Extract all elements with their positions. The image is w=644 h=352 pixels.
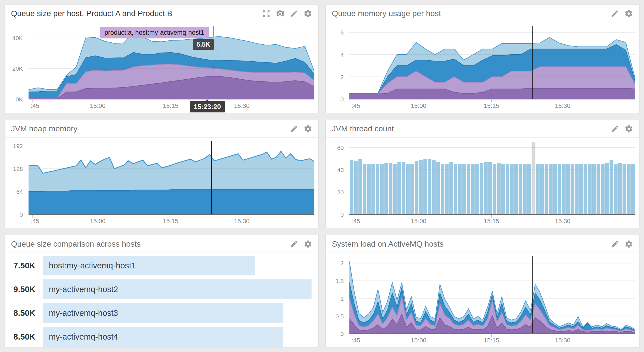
gear-icon[interactable] [304, 125, 312, 133]
queue-size-plot[interactable] [29, 26, 314, 99]
queue-memory-plot[interactable] [349, 26, 635, 99]
panel-queue-size: Queue size per host, Product A and Produ… [5, 5, 319, 113]
panel-header: JVM thread count [326, 120, 639, 138]
panel-header: JVM heap memory [5, 120, 318, 138]
x-tick-label: :45 [352, 337, 360, 344]
y-axis-labels: 0246 [326, 26, 346, 99]
x-tick-label: 15:15 [163, 102, 178, 110]
panel-system-load: System load on ActiveMQ hosts 00.511.52:… [325, 235, 639, 347]
y-tick-label: 1.5 [336, 278, 344, 284]
y-axis-labels: 0204060 [326, 141, 346, 215]
panel-actions [262, 9, 312, 18]
row-bar-track: my-activemq-host4 [43, 327, 312, 347]
panel-title: Queue size comparison across hosts [11, 240, 141, 249]
queue-comparison-row: 9.50Kmy-activemq-host2 [12, 279, 312, 299]
y-axis-labels: 0K20K40K [5, 26, 25, 99]
expand-icon[interactable] [262, 9, 271, 18]
x-tick-mark [353, 100, 353, 102]
queue-comparison-row: 8.50Kmy-activemq-host3 [12, 303, 312, 323]
jvm-threads-plot[interactable] [349, 141, 635, 215]
panel-queue-comparison: Queue size comparison across hosts 7.50K… [5, 235, 319, 347]
row-bar[interactable]: my-activemq-host3 [43, 303, 283, 323]
row-value: 9.50K [12, 279, 43, 299]
queue-comparison-body: 7.50Khost:my-activemq-host19.50Kmy-activ… [5, 253, 318, 347]
gear-icon[interactable] [304, 9, 312, 18]
x-tick-mark [242, 100, 242, 102]
y-tick-label: 60 [337, 144, 344, 151]
x-axis-labels: :4515:0015:1515:30 [29, 215, 314, 227]
panel-queue-memory: Queue memory usage per host 0246:4515:00… [325, 5, 639, 113]
panel-jvm-heap: JVM heap memory 064128192:4515:0015:1515… [5, 120, 319, 228]
panel-actions [290, 125, 312, 133]
x-tick-label: 15:30 [234, 218, 249, 225]
row-host-label: my-activemq-host2 [49, 285, 118, 294]
panel-actions [290, 240, 312, 248]
queue-comparison-list: 7.50Khost:my-activemq-host19.50Kmy-activ… [5, 253, 318, 347]
x-axis-labels: :4515:0015:1515:30 [349, 100, 635, 111]
panel-header: Queue size per host, Product A and Produ… [5, 5, 318, 22]
x-tick-mark [32, 100, 32, 102]
row-value: 7.50K [12, 256, 43, 275]
x-tick-mark [419, 215, 419, 218]
x-axis-labels: :4515:0015:1515:30 [349, 334, 635, 346]
gear-icon[interactable] [304, 240, 312, 248]
y-tick-label: 2 [340, 74, 344, 81]
y-tick-label: 6 [340, 29, 344, 36]
gear-icon[interactable] [625, 240, 633, 248]
x-tick-mark [491, 215, 492, 218]
pencil-icon[interactable] [611, 9, 619, 18]
y-axis-labels: 00.511.52 [326, 256, 346, 334]
pencil-icon[interactable] [290, 125, 298, 133]
queue-comparison-row: 7.50Khost:my-activemq-host1 [12, 256, 312, 275]
panel-header: System load on ActiveMQ hosts [326, 235, 639, 253]
row-host-label: host:my-activemq-host1 [49, 261, 136, 270]
panel-title: JVM thread count [332, 124, 394, 133]
panel-title: JVM heap memory [11, 124, 77, 133]
x-tick-label: :45 [352, 102, 360, 110]
panel-header: Queue size comparison across hosts [5, 235, 318, 253]
panel-header: Queue memory usage per host [326, 5, 639, 22]
y-tick-label: 0 [340, 211, 344, 218]
x-tick-label: 15:00 [411, 102, 426, 110]
row-host-label: my-activemq-host4 [49, 332, 118, 342]
system-load-chart-body: 00.511.52:4515:0015:1515:30 [326, 253, 639, 347]
y-tick-label: 0 [340, 331, 344, 337]
panel-jvm-threads: JVM thread count 0204060:4515:0015:1515:… [325, 120, 639, 228]
panel-title: Queue size per host, Product A and Produ… [11, 9, 172, 18]
x-tick-label: :45 [352, 218, 360, 225]
x-tick-mark [563, 215, 563, 218]
x-tick-label: 15:15 [484, 218, 499, 225]
x-tick-label: 15:00 [90, 102, 105, 110]
x-tick-mark [563, 334, 563, 337]
pencil-icon[interactable] [290, 9, 298, 18]
x-tick-label: 15:30 [234, 102, 249, 110]
x-tick-label: 15:30 [555, 102, 570, 110]
pencil-icon[interactable] [611, 240, 619, 248]
row-bar[interactable]: host:my-activemq-host1 [43, 256, 255, 275]
gear-icon[interactable] [625, 9, 633, 18]
gear-icon[interactable] [625, 125, 633, 133]
jvm-heap-plot[interactable] [29, 141, 314, 215]
row-host-label: my-activemq-host3 [49, 308, 118, 318]
system-load-plot[interactable] [349, 256, 635, 334]
x-tick-label: :45 [31, 218, 40, 225]
x-tick-mark [563, 100, 563, 102]
x-tick-mark [353, 215, 353, 218]
y-axis-labels: 064128192 [5, 141, 25, 215]
x-tick-mark [171, 215, 171, 218]
camera-icon[interactable] [276, 9, 284, 18]
x-tick-label: 15:00 [90, 218, 105, 225]
y-tick-label: 128 [13, 166, 23, 172]
jvm-threads-chart-body: 0204060:4515:0015:1515:30 [326, 138, 639, 228]
x-tick-mark [491, 100, 492, 102]
row-bar[interactable]: my-activemq-host2 [43, 279, 312, 299]
x-tick-mark [419, 334, 419, 337]
row-value: 8.50K [12, 303, 43, 323]
pencil-icon[interactable] [611, 125, 619, 133]
row-bar-track: my-activemq-host3 [43, 303, 312, 323]
y-tick-label: 0 [19, 211, 23, 218]
pencil-icon[interactable] [290, 240, 298, 248]
queue-size-chart-body: product:a, host:my-activemq-host1 5.5K 1… [5, 22, 318, 112]
row-bar[interactable]: my-activemq-host4 [43, 327, 283, 347]
x-tick-mark [98, 215, 98, 218]
